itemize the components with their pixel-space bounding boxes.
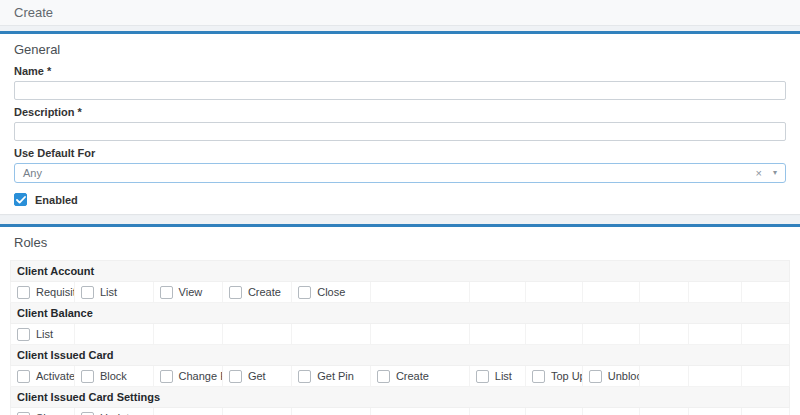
permission-cell[interactable]: Activate	[11, 366, 75, 387]
permission-cell[interactable]: Change Pin	[153, 366, 222, 387]
use-default-for-label: Use Default For	[14, 147, 786, 160]
enabled-label: Enabled	[35, 194, 78, 206]
permission-label: Activate	[36, 370, 74, 382]
permission-cell[interactable]: Unblock	[582, 366, 640, 387]
permission-checkbox[interactable]	[298, 286, 311, 299]
empty-cell	[742, 366, 790, 387]
permission-label: Block	[100, 370, 127, 382]
roles-section-title: Roles	[14, 235, 786, 251]
description-label: Description *	[14, 106, 786, 119]
empty-cell	[742, 408, 790, 415]
empty-cell	[742, 282, 790, 303]
permission-label: View	[179, 286, 203, 298]
empty-cell	[74, 324, 153, 345]
permission-label: Close	[317, 286, 345, 298]
permission-cell[interactable]: Get	[222, 366, 291, 387]
empty-cell	[689, 408, 742, 415]
permission-cell[interactable]: List	[74, 282, 153, 303]
empty-cell	[640, 324, 689, 345]
name-input[interactable]	[14, 81, 786, 100]
empty-cell	[222, 324, 291, 345]
permission-cell[interactable]: Requisites	[11, 282, 75, 303]
required-marker: *	[47, 65, 51, 77]
permission-checkbox[interactable]	[229, 286, 242, 299]
permission-checkbox[interactable]	[298, 370, 311, 383]
empty-cell	[525, 282, 582, 303]
empty-cell	[640, 282, 689, 303]
empty-cell	[469, 324, 525, 345]
permission-label: Create	[248, 286, 281, 298]
permission-label: List	[36, 328, 53, 340]
empty-cell	[292, 324, 371, 345]
permission-checkbox[interactable]	[17, 370, 30, 383]
permission-label: Create	[396, 370, 429, 382]
permission-cell[interactable]: Block	[74, 366, 153, 387]
empty-cell	[370, 408, 469, 415]
permission-checkbox[interactable]	[229, 370, 242, 383]
role-group-header: Client Account	[11, 261, 790, 282]
role-permissions-row: ActivateBlockChange PinGetGet PinCreateL…	[11, 366, 790, 387]
permission-cell[interactable]: View	[153, 282, 222, 303]
general-panel: General Name * Description * Use Default…	[0, 31, 800, 214]
permission-cell[interactable]: Close	[292, 282, 371, 303]
permission-cell[interactable]: Create	[370, 366, 469, 387]
permission-label: Top Up	[551, 370, 582, 382]
empty-cell	[640, 408, 689, 415]
required-marker: *	[78, 106, 82, 118]
chevron-down-icon[interactable]: ▾	[773, 169, 777, 177]
permission-checkbox[interactable]	[589, 370, 602, 383]
permission-cell[interactable]: List	[11, 324, 75, 345]
permission-label: Get Pin	[317, 370, 354, 382]
empty-cell	[689, 324, 742, 345]
empty-cell	[689, 366, 742, 387]
empty-cell	[292, 408, 371, 415]
permission-checkbox[interactable]	[476, 370, 489, 383]
description-input[interactable]	[14, 122, 786, 141]
permission-checkbox[interactable]	[17, 328, 30, 341]
empty-cell	[525, 324, 582, 345]
role-group-header: Client Issued Card Settings	[11, 387, 790, 408]
empty-cell	[525, 408, 582, 415]
permission-checkbox[interactable]	[17, 286, 30, 299]
empty-cell	[469, 408, 525, 415]
roles-table: Client AccountRequisitesListViewCreateCl…	[10, 260, 790, 415]
permission-label: List	[495, 370, 512, 382]
name-label: Name *	[14, 65, 786, 78]
permission-cell[interactable]: Create	[222, 282, 291, 303]
empty-cell	[370, 282, 469, 303]
permission-cell[interactable]: Top Up	[525, 366, 582, 387]
role-permissions-row: List	[11, 324, 790, 345]
permission-label: Unblock	[608, 370, 640, 382]
empty-cell	[469, 282, 525, 303]
permission-checkbox[interactable]	[81, 286, 94, 299]
enabled-field: Enabled	[14, 193, 786, 206]
permission-cell[interactable]: Show	[11, 408, 75, 415]
role-permissions-row: ShowUpdate	[11, 408, 790, 415]
page-title: Create	[0, 0, 800, 26]
empty-cell	[582, 282, 640, 303]
permission-cell[interactable]: Update	[74, 408, 153, 415]
empty-cell	[640, 366, 689, 387]
empty-cell	[582, 408, 640, 415]
permission-checkbox[interactable]	[81, 370, 94, 383]
use-default-for-select[interactable]: Any × ▾	[14, 163, 786, 183]
permission-cell[interactable]: List	[469, 366, 525, 387]
permission-checkbox[interactable]	[532, 370, 545, 383]
use-default-for-value: Any	[23, 167, 42, 179]
enabled-checkbox[interactable]	[14, 193, 27, 206]
empty-cell	[222, 408, 291, 415]
permission-checkbox[interactable]	[160, 370, 173, 383]
select-clear-icon[interactable]: ×	[756, 168, 762, 179]
permission-label: List	[100, 286, 117, 298]
general-section-title: General	[14, 42, 786, 58]
role-permissions-row: RequisitesListViewCreateClose	[11, 282, 790, 303]
permission-checkbox[interactable]	[160, 286, 173, 299]
role-group-header: Client Issued Card	[11, 345, 790, 366]
empty-cell	[153, 324, 222, 345]
permission-label: Requisites	[36, 286, 74, 298]
role-group-header: Client Balance	[11, 303, 790, 324]
permission-label: Get	[248, 370, 266, 382]
permission-checkbox[interactable]	[377, 370, 390, 383]
permission-cell[interactable]: Get Pin	[292, 366, 371, 387]
empty-cell	[742, 324, 790, 345]
